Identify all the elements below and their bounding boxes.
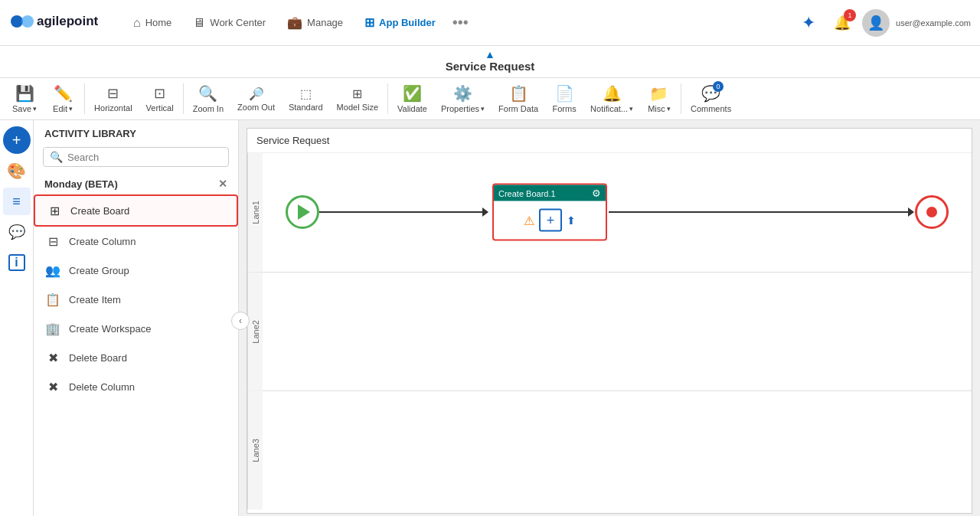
title-bar-chevron[interactable]: ▲ xyxy=(0,49,980,60)
grid-icon: ⊞ xyxy=(364,15,374,30)
activity-item-create-item[interactable]: 📋 Create Item xyxy=(34,285,238,314)
activity-icon: 👥 xyxy=(44,262,61,279)
zoom-out-label: Zoom Out xyxy=(237,103,275,112)
list-icon-btn[interactable]: ≡ xyxy=(3,188,31,215)
search-icon: 🔍 xyxy=(50,151,63,163)
activity-panel: ACTIVITY LIBRARY 🔍 Monday (BETA) ✕ ⊞ Cre… xyxy=(34,120,239,516)
edit-button[interactable]: ✏️ Edit ▾ xyxy=(44,81,81,116)
comments-button[interactable]: 💬 0 Comments xyxy=(684,81,737,116)
properties-button[interactable]: ⚙️ Properties ▾ xyxy=(435,81,491,116)
user-name: user@example.com xyxy=(896,18,971,28)
form-data-icon: 📋 xyxy=(509,84,528,103)
user-avatar[interactable]: 👤 xyxy=(862,9,890,37)
group-close-button[interactable]: ✕ xyxy=(218,178,227,190)
comments-icon: 💬 0 xyxy=(701,84,720,103)
activity-label: Create Column xyxy=(69,236,136,247)
forms-button[interactable]: 📄 Forms xyxy=(546,81,583,116)
nav-right: ✦ 🔔 1 👤 user@example.com xyxy=(795,9,971,37)
activity-icon: ✖ xyxy=(44,378,61,395)
notifications-arrow: ▾ xyxy=(629,105,633,113)
chat-icon-btn[interactable]: 💬 xyxy=(3,218,31,246)
title-bar: ▲ Service Request xyxy=(0,46,980,78)
flow-arrow-1 xyxy=(319,211,488,213)
model-size-button[interactable]: ⊞ Model Size xyxy=(331,83,384,115)
activity-label: Create Board xyxy=(70,205,129,217)
save-button[interactable]: 💾 Save ▾ xyxy=(6,81,43,116)
node-body: ⚠ + ⬆ xyxy=(494,201,606,240)
activity-item-create-column[interactable]: ⊟ Create Column xyxy=(34,227,238,256)
manage-label: Manage xyxy=(307,17,343,28)
zoom-out-button[interactable]: 🔎 Zoom Out xyxy=(231,83,281,115)
flow-node-create-board[interactable]: Create Board.1 ⚙ ⚠ + ⬆ xyxy=(492,184,607,241)
lane-3-label: Lane3 xyxy=(247,391,263,510)
notifications-button[interactable]: 🔔 1 xyxy=(828,9,856,37)
toolbar-sep-4 xyxy=(681,83,681,114)
toolbar-sep-1 xyxy=(84,83,85,114)
validate-label: Validate xyxy=(397,104,427,113)
activity-list: ⊞ Create Board⊟ Create Column👥 Create Gr… xyxy=(34,194,238,516)
ai-button[interactable]: ✦ xyxy=(795,9,822,37)
group-name: Monday (BETA) xyxy=(44,178,118,190)
search-box[interactable]: 🔍 xyxy=(43,147,229,167)
lane-2: Lane2 xyxy=(247,273,972,392)
zoom-in-button[interactable]: 🔍 Zoom In xyxy=(187,81,230,116)
activity-icon: ⊞ xyxy=(46,202,63,219)
list-icon: ≡ xyxy=(12,194,21,210)
nav-appbuilder[interactable]: ⊞ App Builder xyxy=(355,11,445,34)
forms-icon: 📄 xyxy=(555,84,574,103)
node-gear-icon[interactable]: ⚙ xyxy=(592,188,601,199)
canvas-title: Service Request xyxy=(247,129,972,153)
comment-count: 0 xyxy=(713,81,724,92)
activity-item-delete-board[interactable]: ✖ Delete Board xyxy=(34,343,238,372)
activity-label: Delete Board xyxy=(69,352,127,364)
top-nav: agilepoint ⌂ Home 🖥 Work Center 💼 Manage… xyxy=(0,0,980,46)
activity-item-create-group[interactable]: 👥 Create Group xyxy=(34,256,238,285)
activity-item-delete-column[interactable]: ✖ Delete Column xyxy=(34,372,238,401)
activity-item-create-workspace[interactable]: 🏢 Create Workspace xyxy=(34,314,238,343)
nav-home[interactable]: ⌂ Home xyxy=(124,11,181,34)
appbuilder-label: App Builder xyxy=(379,17,436,28)
standard-button[interactable]: ⬚ Standard xyxy=(283,83,329,115)
info-icon-btn[interactable]: i xyxy=(3,249,31,276)
misc-button[interactable]: 📁 Misc ▾ xyxy=(641,81,678,116)
logo[interactable]: agilepoint xyxy=(9,8,109,38)
nav-manage[interactable]: 💼 Manage xyxy=(278,11,352,34)
panel-wrapper: ACTIVITY LIBRARY 🔍 Monday (BETA) ✕ ⊞ Cre… xyxy=(34,120,239,516)
lane-1: Lane1 Create Board.1 ⚙ xyxy=(247,153,972,273)
notification-badge: 1 xyxy=(844,9,856,21)
model-size-icon: ⊞ xyxy=(352,87,362,101)
misc-icon: 📁 xyxy=(649,84,668,103)
page-title: Service Request xyxy=(0,60,980,73)
main-area: + 🎨 ≡ 💬 i ACTIVITY LIBRARY 🔍 Monday (BET… xyxy=(0,120,980,516)
node-title: Create Board.1 xyxy=(498,188,556,198)
flow-end-node xyxy=(915,195,949,229)
node-plus-icon[interactable]: + xyxy=(539,209,562,232)
nav-more-button[interactable]: ••• xyxy=(448,9,473,36)
node-expand-icon[interactable]: ⬆ xyxy=(567,214,576,227)
notifications-toolbar-icon: 🔔 xyxy=(603,84,622,103)
activity-icon: ⊟ xyxy=(44,233,61,250)
vertical-button[interactable]: ⊡ Vertical xyxy=(140,82,180,116)
comments-label: Comments xyxy=(691,104,731,113)
palette-icon-btn[interactable]: 🎨 xyxy=(3,157,31,185)
notifications-toolbar-button[interactable]: 🔔 Notificat... ▾ xyxy=(584,81,639,116)
edit-label: Edit xyxy=(53,104,67,113)
nav-workcenter[interactable]: 🖥 Work Center xyxy=(184,11,275,34)
palette-icon: 🎨 xyxy=(7,162,26,180)
validate-button[interactable]: ✅ Validate xyxy=(391,81,433,116)
canvas-wrapper: Service Request Lane1 xyxy=(239,120,980,516)
form-data-button[interactable]: 📋 Form Data xyxy=(492,81,544,116)
activity-item-create-board[interactable]: ⊞ Create Board xyxy=(34,194,238,227)
flow-start-node xyxy=(286,195,319,229)
validate-icon: ✅ xyxy=(403,84,422,103)
search-input[interactable] xyxy=(67,152,222,163)
edit-arrow: ▾ xyxy=(69,105,73,113)
avatar-icon: 👤 xyxy=(867,15,884,31)
properties-arrow: ▾ xyxy=(481,105,485,113)
node-warning-icon: ⚠ xyxy=(524,213,534,227)
panel-collapse-button[interactable]: ‹ xyxy=(231,312,250,330)
add-activity-button[interactable]: + xyxy=(3,126,31,154)
horizontal-button[interactable]: ⊟ Horizontal xyxy=(88,82,139,116)
node-header: Create Board.1 ⚙ xyxy=(494,185,606,201)
home-label: Home xyxy=(145,17,172,28)
